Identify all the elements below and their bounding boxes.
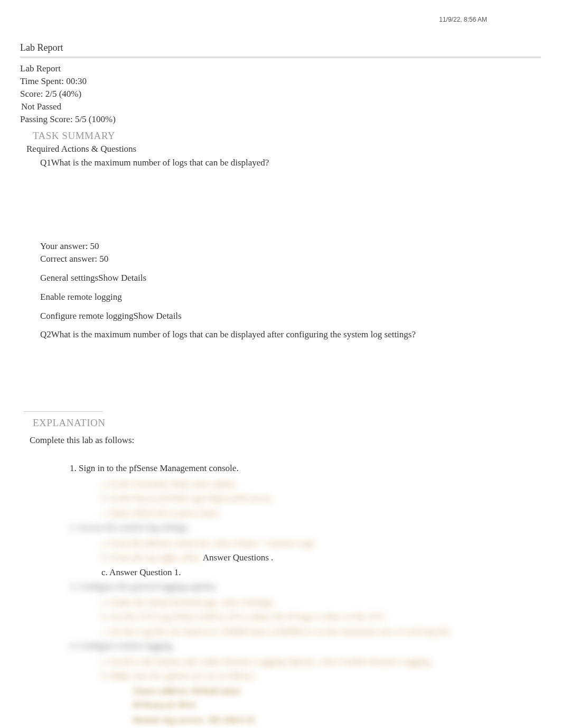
score: Score: 2/5 (40%) <box>20 88 541 100</box>
q1-label: Q1 <box>40 158 51 168</box>
step-4a: a. Scroll to the bottom and, under Remot… <box>101 655 541 669</box>
enable-remote-row: Enable remote logging <box>40 291 541 303</box>
step-2b-answer: Answer Questions <box>203 552 269 563</box>
q2-text: What is the maximum number of logs that … <box>51 329 416 339</box>
step-2c: c. Answer Question 1. <box>101 566 541 579</box>
step-4b3: Remote log servers: 192.168.0.10 <box>133 713 541 727</box>
step-1b: b. In the Password field, type P@ssw0rd … <box>101 492 541 505</box>
page-title: Lab Report <box>20 42 541 53</box>
enable-remote-label: Enable remote logging <box>40 292 122 302</box>
step-2b-prefix: b. From the top right, select <box>101 552 201 563</box>
step-2b: b. From the top right, select Answer Que… <box>101 551 541 565</box>
spacer <box>40 169 541 240</box>
explanation-divider <box>23 411 102 412</box>
steps-list: 1. Sign in to the pfSense Management con… <box>70 462 541 726</box>
q2-label: Q2 <box>40 329 51 339</box>
question-list: Q1What is the maximum number of logs tha… <box>40 156 541 402</box>
step-3b: b. Set the GUI Log Entries field to 50 t… <box>101 610 541 624</box>
general-settings-row: General settingsShow Details <box>40 272 541 284</box>
question-2: Q2What is the maximum number of logs tha… <box>40 328 541 341</box>
step-1-num: 1. <box>70 463 77 473</box>
time-spent: Time Spent: 00:30 <box>20 76 541 88</box>
report-label: Lab Report <box>20 63 541 75</box>
step-1-text: Sign in to the pfSense Management consol… <box>79 463 239 473</box>
q1-text: What is the maximum number of logs that … <box>51 158 269 168</box>
configure-remote-label: Configure remote logging <box>40 311 134 321</box>
step-3a: a. Under the Status/SystemLogs, select S… <box>101 596 541 610</box>
general-settings-label: General settings <box>40 273 98 283</box>
show-details-link-2[interactable]: Show Details <box>134 311 182 321</box>
step-1: 1. Sign in to the pfSense Management con… <box>70 462 541 475</box>
step-4b1: Source address: Default (any) <box>133 684 541 698</box>
page-content: Lab Report Lab Report Time Spent: 00:30 … <box>0 0 561 726</box>
step-4: 4. Configure remote logging. <box>70 639 541 653</box>
spacer-2 <box>40 341 541 402</box>
step-3c: c. Set the Log file size (bytes) to 2500… <box>101 625 541 639</box>
explanation-header: EXPLANATION <box>33 417 541 429</box>
not-passed: Not Passed <box>20 101 541 113</box>
step-3: 3. Configure the general logging options… <box>70 580 541 594</box>
task-summary-header: TASK SUMMARY <box>33 130 541 142</box>
step-2a: a. From the pfSense menu bar, select Sta… <box>101 537 541 550</box>
step-2b-suffix: . <box>271 552 273 563</box>
title-divider <box>20 57 541 58</box>
passing-score: Passing Score: 5/5 (100%) <box>20 114 541 126</box>
timestamp: 11/9/22, 8:56 AM <box>439 16 487 23</box>
header-block: Lab Report Time Spent: 00:30 Score: 2/5 … <box>20 63 541 126</box>
explanation-intro: Complete this lab as follows: <box>30 435 541 446</box>
show-details-link[interactable]: Show Details <box>98 273 146 283</box>
step-4b: b. Make sure the options are set as foll… <box>101 669 541 683</box>
q1-your-answer: Your answer: 50 <box>40 240 541 253</box>
step-1a: a. In the Username field, enter admin . <box>101 477 541 491</box>
step-4b2: IP Protocol: IPv4 <box>133 698 541 712</box>
question-1: Q1What is the maximum number of logs tha… <box>40 156 541 169</box>
q1-correct-answer: Correct answer: 50 <box>40 253 541 265</box>
step-2: 2. Access the system log settings. <box>70 521 541 535</box>
configure-remote-row: Configure remote loggingShow Details <box>40 310 541 322</box>
q1-answers: Your answer: 50 Correct answer: 50 <box>40 240 541 265</box>
step-1c: c. Select SIGN IN or press Enter. <box>101 506 541 520</box>
required-actions-header: Required Actions & Questions <box>26 144 541 154</box>
